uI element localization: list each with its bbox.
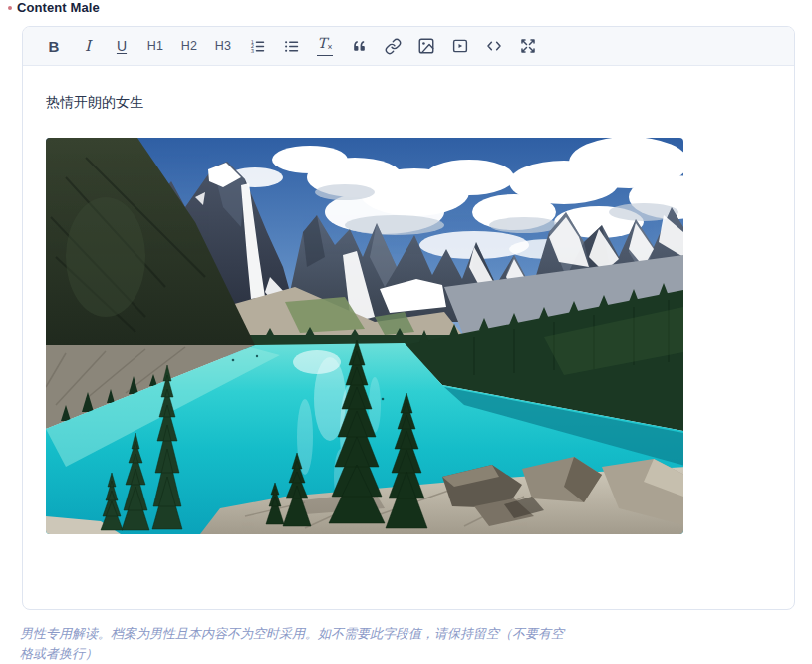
heading1-button[interactable]: H1 bbox=[142, 33, 168, 59]
editor-content-area[interactable]: 热情开朗的女生 bbox=[23, 66, 794, 534]
underline-button[interactable]: U bbox=[109, 33, 135, 59]
field-label-text: Content Male bbox=[17, 0, 100, 15]
link-button[interactable] bbox=[380, 33, 406, 59]
link-icon bbox=[385, 38, 402, 55]
bullet-list-button[interactable] bbox=[278, 33, 304, 59]
blockquote-button[interactable] bbox=[346, 33, 372, 59]
svg-text:3: 3 bbox=[250, 47, 253, 53]
bullet-list-icon bbox=[283, 38, 300, 55]
field-label: Content Male bbox=[8, 0, 100, 15]
heading2-button[interactable]: H2 bbox=[176, 33, 202, 59]
clear-format-button[interactable]: T× bbox=[312, 33, 338, 59]
bold-button[interactable]: B bbox=[41, 33, 67, 59]
code-view-button[interactable] bbox=[481, 33, 507, 59]
image-icon bbox=[417, 37, 435, 55]
heading3-button[interactable]: H3 bbox=[210, 33, 236, 59]
editor-toolbar: B I U H1 H2 H3 1 2 3 T× bbox=[23, 27, 794, 66]
code-icon bbox=[485, 37, 503, 55]
fullscreen-icon bbox=[519, 37, 537, 55]
ordered-list-icon: 1 2 3 bbox=[249, 38, 266, 55]
ordered-list-button[interactable]: 1 2 3 bbox=[244, 33, 270, 59]
editor-paragraph[interactable]: 热情开朗的女生 bbox=[46, 92, 771, 112]
rich-text-editor: B I U H1 H2 H3 1 2 3 T× bbox=[22, 26, 795, 610]
blockquote-icon bbox=[351, 38, 368, 55]
required-dot-icon bbox=[8, 6, 12, 10]
video-icon bbox=[451, 37, 469, 55]
clear-format-icon: T× bbox=[317, 36, 334, 56]
fullscreen-button[interactable] bbox=[515, 33, 541, 59]
mountain-lake-illustration bbox=[46, 138, 683, 534]
insert-video-button[interactable] bbox=[447, 33, 473, 59]
italic-button[interactable]: I bbox=[75, 33, 101, 59]
content-image[interactable] bbox=[46, 138, 683, 534]
field-note: 男性专用解读。档案为男性且本内容不为空时采用。如不需要此字段值，请保持留空（不要… bbox=[20, 624, 574, 664]
insert-image-button[interactable] bbox=[413, 33, 439, 59]
